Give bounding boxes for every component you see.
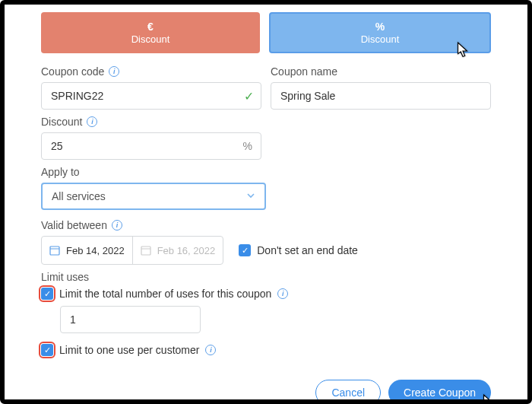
cursor-icon	[454, 41, 471, 61]
info-icon[interactable]: i	[205, 345, 216, 355]
no-end-date-checkbox[interactable]: ✓	[239, 244, 251, 256]
limit-total-uses-checkbox[interactable]: ✓	[41, 288, 53, 300]
coupon-name-input[interactable]	[271, 82, 491, 110]
end-date-value: Feb 16, 2022	[157, 245, 216, 256]
svg-rect-2	[141, 247, 150, 255]
info-icon[interactable]: i	[112, 220, 122, 231]
chevron-down-icon	[246, 190, 255, 202]
info-icon[interactable]: i	[109, 66, 119, 77]
create-coupon-button[interactable]: Create Coupon	[388, 380, 491, 404]
start-date-input[interactable]: Feb 14, 2022	[42, 237, 132, 264]
info-icon[interactable]: i	[87, 116, 97, 127]
limit-total-uses-label: Limit the total number of uses for this …	[59, 288, 271, 300]
svg-rect-0	[50, 247, 59, 255]
euro-symbol: €	[147, 21, 154, 32]
valid-between-label: Valid between i	[41, 219, 491, 231]
apply-to-label: Apply to	[41, 166, 266, 178]
calendar-icon	[141, 245, 151, 256]
limit-per-customer-checkbox[interactable]: ✓	[41, 344, 53, 356]
calendar-icon	[49, 245, 60, 256]
end-date-input: Feb 16, 2022	[132, 237, 223, 264]
tab-percent-label: Discount	[361, 33, 400, 45]
limit-uses-label: Limit uses	[41, 271, 491, 283]
coupon-code-label: Coupon code i	[41, 65, 261, 78]
limit-per-customer-label: Limit to one use per customer	[59, 344, 199, 356]
discount-input[interactable]	[41, 132, 261, 160]
apply-to-value: All services	[52, 190, 106, 202]
percent-symbol: %	[375, 21, 385, 32]
discount-suffix: %	[243, 140, 252, 152]
coupon-name-label: Coupon name	[271, 65, 491, 78]
start-date-value: Feb 14, 2022	[66, 245, 125, 256]
tab-percent-discount[interactable]: % Discount	[269, 12, 491, 53]
cursor-icon	[480, 393, 497, 404]
tab-euro-discount[interactable]: € Discount	[41, 12, 260, 53]
cancel-button[interactable]: Cancel	[315, 380, 381, 404]
check-valid-icon: ✓	[244, 89, 254, 103]
info-icon[interactable]: i	[277, 288, 288, 299]
limit-total-uses-input[interactable]	[60, 306, 201, 333]
tab-euro-label: Discount	[131, 33, 170, 45]
apply-to-select[interactable]: All services	[41, 183, 266, 210]
discount-label: Discount i	[41, 116, 261, 128]
no-end-date-label: Don't set an end date	[257, 244, 358, 256]
coupon-code-input[interactable]	[41, 82, 261, 110]
